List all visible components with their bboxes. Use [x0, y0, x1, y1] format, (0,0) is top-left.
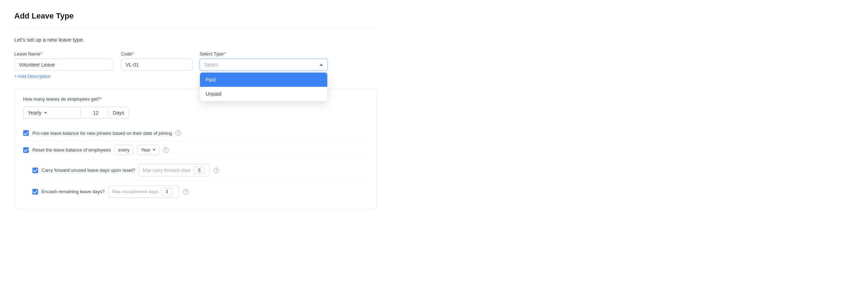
- prorate-checkbox[interactable]: [23, 130, 29, 136]
- max-carry-forward-label: Max carry forward days: [143, 168, 191, 173]
- carry-forward-label: Carry forward unused leave days upon res…: [42, 168, 135, 173]
- code-label: Code*: [121, 51, 192, 57]
- page-title: Add Leave Type: [14, 11, 377, 28]
- reset-period-text: Year: [141, 147, 150, 153]
- carry-forward-checkbox[interactable]: [32, 168, 38, 173]
- dropdown-option-paid[interactable]: Paid: [200, 73, 327, 87]
- code-input[interactable]: [121, 59, 192, 71]
- carry-forward-option-row: Carry forward unused leave days upon res…: [32, 159, 368, 181]
- prorate-label: Pro-rate leave balance for new joinees b…: [32, 131, 172, 136]
- leaves-section: How many leaves do employees get?* Yearl…: [14, 89, 377, 210]
- encash-option-row: Encash remaining leave days? Max encashm…: [32, 181, 368, 202]
- select-type-trigger[interactable]: Select: [200, 59, 328, 71]
- chevron-down-icon: [44, 112, 47, 114]
- max-encash-group: Max encashment days 3: [108, 185, 179, 198]
- reset-every-text: every: [118, 147, 129, 153]
- chevron-down-icon-2: [153, 149, 155, 151]
- page-subtitle: Let's set up a new leave type.: [14, 37, 377, 43]
- reset-period-select[interactable]: Year: [137, 145, 159, 155]
- leaves-row: Yearly Days: [23, 107, 368, 119]
- chevron-up-icon: [319, 64, 323, 66]
- days-unit-label: Days: [108, 107, 129, 119]
- dropdown-option-unpaid[interactable]: Unpaid: [200, 87, 327, 101]
- frequency-select[interactable]: Yearly: [23, 107, 80, 119]
- max-carry-forward-value[interactable]: 5: [194, 166, 205, 174]
- max-encash-value[interactable]: 3: [161, 188, 173, 195]
- days-count-input[interactable]: [80, 107, 108, 119]
- encash-label: Encash remaining leave days?: [42, 189, 105, 194]
- leave-name-input[interactable]: [14, 59, 114, 71]
- prorate-option-row: Pro-rate leave balance for new joinees b…: [23, 126, 368, 140]
- select-type-dropdown: Paid Unpaid: [200, 72, 328, 101]
- prorate-help-icon[interactable]: ?: [175, 130, 181, 136]
- carry-forward-help-icon[interactable]: ?: [213, 168, 219, 173]
- encash-help-icon[interactable]: ?: [183, 189, 189, 195]
- select-type-label: Select Type*: [200, 51, 328, 57]
- options-section: Pro-rate leave balance for new joinees b…: [23, 119, 368, 202]
- reset-checkbox[interactable]: [23, 147, 29, 153]
- max-carry-forward-group: Max carry forward days 5: [139, 164, 210, 176]
- reset-every-select[interactable]: every: [114, 145, 133, 155]
- reset-option-row: Reset the leave balance of employees eve…: [23, 140, 368, 159]
- leave-name-label: Leave Name*: [14, 51, 114, 57]
- max-encash-label: Max encashment days: [112, 189, 158, 194]
- reset-label: Reset the leave balance of employees: [32, 147, 111, 153]
- reset-help-icon[interactable]: ?: [163, 147, 169, 153]
- encash-checkbox[interactable]: [32, 189, 38, 195]
- select-type-value: Select: [204, 62, 218, 68]
